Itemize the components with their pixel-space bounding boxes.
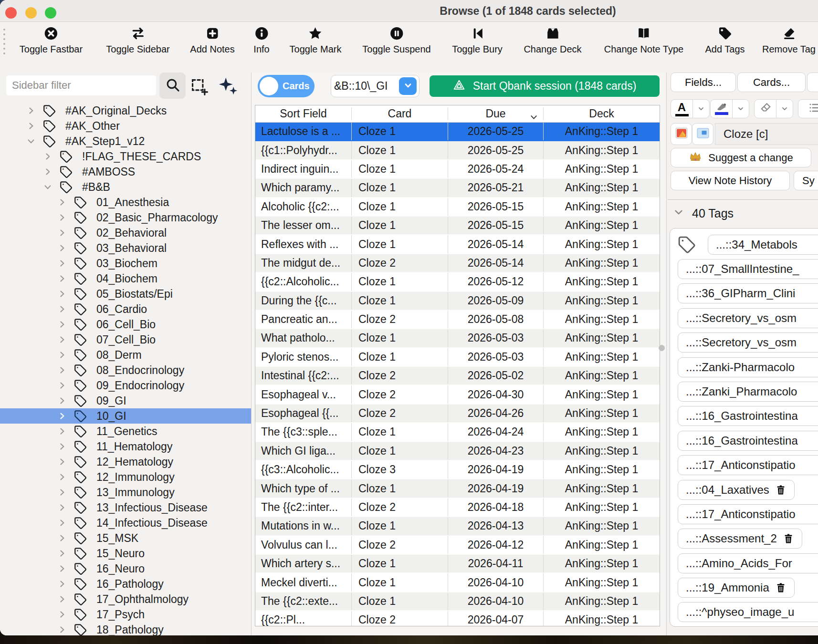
sidebar-tree-item[interactable]: 15_Neuro	[0, 546, 251, 561]
tree-chevron-icon[interactable]	[57, 594, 67, 604]
table-row[interactable]: The lesser om... Cloze 1 2026-05-15 AnKi…	[255, 217, 660, 235]
text-color-dropdown[interactable]	[693, 99, 710, 118]
tree-chevron-icon[interactable]	[57, 350, 67, 360]
tree-chevron-icon[interactable]	[57, 243, 67, 253]
table-row[interactable]: Intestinal {{c2:... Cloze 2 2026-05-02 A…	[255, 367, 660, 385]
toggle-mark-button[interactable]: Toggle Mark	[290, 26, 342, 55]
sidebar-tree-item[interactable]: 03_Biochem	[0, 256, 251, 271]
tree-chevron-icon[interactable]	[57, 579, 67, 589]
tree-chevron-icon[interactable]	[26, 106, 36, 115]
image-occlusion-button[interactable]	[671, 123, 692, 145]
tree-chevron-icon[interactable]	[57, 426, 67, 436]
table-row[interactable]: {{c3::Alcoholic... Cloze 3 2026-04-19 An…	[255, 461, 660, 479]
tree-chevron-icon[interactable]	[57, 259, 67, 268]
preview-button[interactable]: P	[807, 73, 818, 92]
close-window-button[interactable]	[5, 7, 17, 19]
tree-chevron-icon[interactable]	[57, 365, 67, 375]
tree-chevron-icon[interactable]	[57, 503, 67, 512]
sidebar-tree-item[interactable]: 13_Infectious_Disease	[0, 500, 251, 515]
text-color-button[interactable]: A	[671, 99, 693, 118]
sidebar-tree-item[interactable]: #AMBOSS	[0, 164, 251, 179]
toggle-suspend-button[interactable]: Toggle Suspend	[362, 26, 430, 55]
tree-chevron-icon[interactable]	[57, 518, 67, 528]
change-note-type-button[interactable]: Change Note Type	[604, 26, 683, 55]
toggle-bury-button[interactable]: Toggle Bury	[452, 26, 503, 55]
table-row[interactable]: Esophageal {{... Cloze 2 2026-04-26 AnKi…	[255, 405, 660, 423]
tag-pill[interactable]: ...::16_Gastrointestina	[678, 406, 818, 426]
toggle-fastbar-button[interactable]: Toggle Fastbar	[20, 26, 83, 55]
table-row[interactable]: Mutations in w... Cloze 1 2026-04-13 AnK…	[255, 517, 660, 536]
table-row[interactable]: {{c2::Alcoholic... Cloze 1 2026-05-12 An…	[255, 273, 660, 291]
sidebar-tree-item[interactable]: 01_Anesthesia	[0, 195, 251, 210]
trash-icon[interactable]	[783, 533, 794, 544]
sidebar-tree-item[interactable]: 07_Cell_Bio	[0, 332, 251, 347]
sidebar-tree-item[interactable]: 06_Cell_Bio	[0, 317, 251, 332]
table-row[interactable]: Pyloric stenos... Cloze 1 2026-05-03 AnK…	[255, 348, 660, 367]
tags-section-header[interactable]: 40 Tags	[673, 207, 734, 220]
cards-button[interactable]: Cards...	[737, 73, 806, 92]
table-row[interactable]: Alcoholic {{c2:... Cloze 1 2026-05-15 An…	[255, 198, 660, 217]
table-row[interactable]: The {{c3::sple... Cloze 1 2026-04-24 AnK…	[255, 423, 660, 442]
tree-chevron-icon[interactable]	[57, 381, 67, 390]
remove-formatting-dropdown[interactable]	[776, 99, 793, 118]
column-header-card[interactable]: Card	[352, 107, 448, 120]
table-row[interactable]: {{c1::Polyhydr... Cloze 1 2026-05-25 AnK…	[255, 141, 660, 160]
tree-chevron-icon[interactable]	[57, 457, 67, 467]
highlight-button[interactable]	[710, 99, 733, 118]
sidebar-tree-item[interactable]: 08_Endocrinology	[0, 363, 251, 378]
column-header-due[interactable]: Due	[448, 107, 544, 120]
list-options-button[interactable]	[798, 99, 818, 118]
sidebar-tree-item[interactable]: 02_Basic_Pharmacology	[0, 210, 251, 225]
sidebar-tree-item[interactable]: #AK_Other	[0, 118, 251, 134]
remove-tag-button[interactable]: Remove Tag	[762, 26, 816, 55]
tree-chevron-icon[interactable]	[57, 197, 67, 207]
search-bar[interactable]: &B::10\_GI	[331, 75, 419, 97]
tag-pill[interactable]: ...::17_Anticonstipatio	[678, 504, 818, 524]
sparkles-icon[interactable]	[217, 75, 239, 97]
table-row[interactable]: Which type of ... Cloze 1 2026-04-19 AnK…	[255, 479, 660, 498]
tag-pill[interactable]: ...::36_GIPharm_Clini	[678, 283, 818, 303]
sidebar-tree-item[interactable]: #AK_Original_Decks	[0, 103, 251, 118]
highlight-dropdown[interactable]	[733, 99, 749, 118]
tree-chevron-icon[interactable]	[57, 228, 67, 238]
table-row[interactable]: {{c2::Pl... Cloze 2 2026-04-07 AnKing::S…	[255, 611, 660, 626]
sidebar-tree-item[interactable]: 16_Pathology	[0, 576, 251, 592]
tag-pill[interactable]: ...::19_Ammonia	[678, 578, 795, 598]
sidebar-tree-item[interactable]: 06_Cardio	[0, 301, 251, 317]
sidebar-tree-item[interactable]: 09_GI	[0, 393, 251, 408]
table-row[interactable]: The {{c2::inter... Cloze 2 2026-04-18 An…	[255, 499, 660, 517]
tag-pill[interactable]: ...::Assessment_2	[678, 529, 802, 549]
tag-pill[interactable]: ...::Amino_Acids_For	[678, 553, 818, 573]
table-row[interactable]: Which GI liga... Cloze 1 2026-04-23 AnKi…	[255, 442, 660, 461]
tree-chevron-icon[interactable]	[57, 335, 67, 344]
sidebar-tree-item[interactable]: 15_MSK	[0, 530, 251, 546]
tree-chevron-icon[interactable]	[57, 442, 67, 451]
suggest-change-button[interactable]: Suggest a change	[671, 148, 811, 167]
tree-chevron-icon[interactable]	[57, 396, 67, 405]
sidebar-tree-item[interactable]: 14_Infectious_Disease	[0, 515, 251, 530]
tree-chevron-icon[interactable]	[43, 167, 52, 177]
sidebar-tree-item[interactable]: 09_Endocrinology	[0, 378, 251, 393]
tree-chevron-icon[interactable]	[26, 121, 36, 131]
table-row[interactable]: Meckel diverti... Cloze 1 2026-04-10 AnK…	[255, 573, 660, 592]
tag-pill[interactable]: ...::Zanki-Pharmacolo	[678, 357, 818, 377]
tree-chevron-icon[interactable]	[57, 625, 67, 634]
sidebar-tree-item[interactable]: 05_Biostats/Epi	[0, 286, 251, 301]
tag-pill[interactable]: ...::17_Anticonstipatio	[678, 455, 818, 475]
tree-chevron-icon[interactable]	[57, 549, 67, 558]
zoom-window-button[interactable]	[45, 7, 56, 19]
tag-pill[interactable]: ...::07_SmallIntestine_	[678, 259, 818, 279]
tree-chevron-icon[interactable]	[57, 533, 67, 543]
sidebar-tree-item[interactable]: 11_Genetics	[0, 424, 251, 439]
table-row[interactable]: Lactulose is a ... Cloze 1 2026-05-25 An…	[255, 123, 660, 141]
sidebar-tree-item[interactable]: 13_Immunology	[0, 485, 251, 500]
sidebar-tree-item[interactable]: 04_Biochem	[0, 271, 251, 286]
sidebar-tree-item[interactable]: #B&B	[0, 179, 251, 195]
table-row[interactable]: What patholo... Cloze 1 2026-05-03 AnKin…	[255, 329, 660, 348]
start-qbank-session-button[interactable]: Start Qbank session (1848 cards)	[430, 75, 660, 97]
tree-chevron-icon[interactable]	[57, 610, 67, 619]
sidebar-tree-item[interactable]: 16_Neuro	[0, 561, 251, 576]
tag-pill[interactable]: ...::Secretory_vs_osm	[678, 332, 818, 353]
fields-button[interactable]: Fields...	[671, 73, 736, 92]
table-row[interactable]: Indirect inguin... Cloze 1 2026-05-24 An…	[255, 160, 660, 179]
